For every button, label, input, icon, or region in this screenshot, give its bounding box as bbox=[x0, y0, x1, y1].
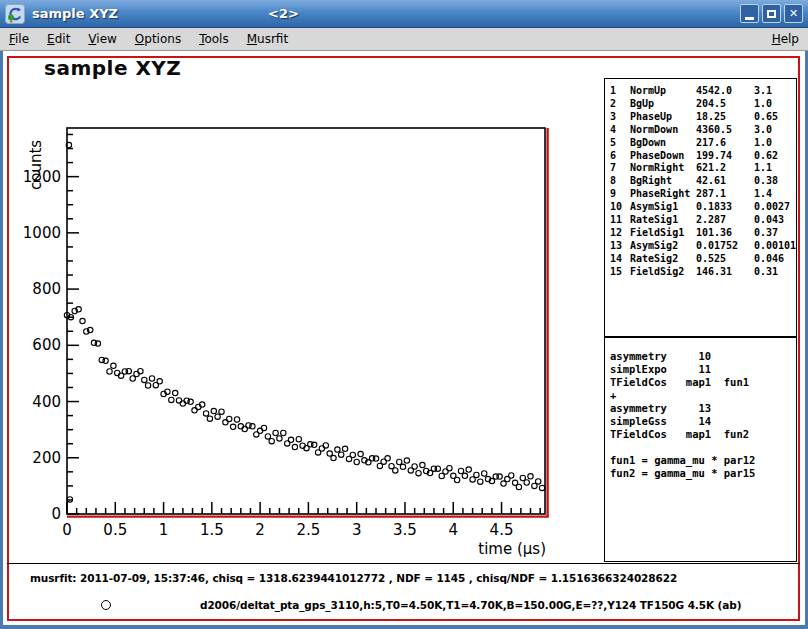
x-tick-label: 0 bbox=[62, 521, 72, 539]
data-point bbox=[149, 376, 154, 381]
param-error: 1.4 bbox=[754, 188, 796, 201]
param-value: 4542.0 bbox=[696, 85, 754, 98]
param-n: 1 bbox=[610, 85, 630, 98]
param-name: BgUp bbox=[630, 98, 696, 111]
param-n: 5 bbox=[610, 137, 630, 150]
param-row: 9PhaseRight287.11.4 bbox=[605, 188, 796, 201]
data-point bbox=[277, 436, 282, 441]
y-tick-label: 0 bbox=[51, 505, 61, 523]
param-value: 199.74 bbox=[696, 150, 754, 163]
data-point bbox=[234, 417, 239, 422]
y-tick-label: 800 bbox=[32, 280, 61, 298]
y-tick-label: 600 bbox=[32, 336, 61, 354]
param-row: 13AsymSig20.017520.00101 bbox=[605, 240, 796, 253]
param-error: 0.046 bbox=[754, 253, 796, 266]
param-row: 6PhaseDown199.740.62 bbox=[605, 150, 796, 163]
data-point bbox=[145, 383, 150, 388]
param-name: NormRight bbox=[630, 162, 696, 175]
param-n: 15 bbox=[610, 266, 630, 279]
data-point bbox=[539, 485, 544, 490]
data-point bbox=[520, 475, 525, 480]
param-name: NormDown bbox=[630, 124, 696, 137]
param-n: 6 bbox=[610, 150, 630, 163]
param-error: 1.1 bbox=[754, 162, 796, 175]
param-error: 0.0027 bbox=[754, 201, 796, 214]
data-point bbox=[412, 464, 417, 469]
param-name: PhaseDown bbox=[630, 150, 696, 163]
data-point bbox=[312, 442, 317, 447]
x-tick-label: 2 bbox=[255, 521, 265, 539]
data-point bbox=[331, 455, 336, 460]
param-n: 4 bbox=[610, 124, 630, 137]
data-point bbox=[524, 480, 529, 485]
param-row: 2BgUp204.51.0 bbox=[605, 98, 796, 111]
legend-run-title: d2006/deltat_pta_gps_3110,h:5,T0=4.50K,T… bbox=[200, 599, 741, 611]
param-error: 0.37 bbox=[754, 227, 796, 240]
x-tick-label: 1 bbox=[159, 521, 169, 539]
data-point bbox=[404, 458, 409, 463]
data-point bbox=[227, 416, 232, 421]
data-point bbox=[474, 472, 479, 477]
y-tick-label: 400 bbox=[32, 393, 61, 411]
param-n: 9 bbox=[610, 188, 630, 201]
data-point bbox=[269, 439, 274, 444]
data-point bbox=[230, 424, 235, 429]
param-value: 217.6 bbox=[696, 137, 754, 150]
fit-parameter-pad[interactable]: 1NormUp4542.03.12BgUp204.51.03PhaseUp18.… bbox=[604, 78, 797, 337]
x-tick-label: 2.5 bbox=[296, 521, 320, 539]
param-name: BgDown bbox=[630, 137, 696, 150]
data-point bbox=[126, 369, 131, 374]
data-point bbox=[373, 456, 378, 461]
param-row: 5BgDown217.61.0 bbox=[605, 137, 796, 150]
x-tick-label: 3 bbox=[352, 521, 362, 539]
data-point bbox=[180, 401, 185, 406]
data-point bbox=[173, 390, 178, 395]
data-point bbox=[273, 430, 278, 435]
param-n: 13 bbox=[610, 240, 630, 253]
param-error: 3.0 bbox=[754, 124, 796, 137]
data-point bbox=[536, 479, 541, 484]
data-point bbox=[528, 474, 533, 479]
param-value: 101.36 bbox=[696, 227, 754, 240]
param-error: 0.38 bbox=[754, 175, 796, 188]
param-value: 146.31 bbox=[696, 266, 754, 279]
data-point bbox=[335, 447, 340, 452]
plot-title: sample XYZ bbox=[44, 56, 181, 80]
data-point bbox=[435, 466, 440, 471]
param-row: 12FieldSig1101.360.37 bbox=[605, 227, 796, 240]
data-point bbox=[80, 318, 85, 323]
data-point bbox=[478, 479, 483, 484]
data-point bbox=[339, 452, 344, 457]
data-point bbox=[296, 437, 301, 442]
param-value: 2.287 bbox=[696, 214, 754, 227]
param-name: RateSig2 bbox=[630, 253, 696, 266]
data-point bbox=[265, 434, 270, 439]
param-n: 7 bbox=[610, 162, 630, 175]
param-error: 1.0 bbox=[754, 137, 796, 150]
param-row: 7NormRight621.21.1 bbox=[605, 162, 796, 175]
y-tick-label: 200 bbox=[32, 449, 61, 467]
param-row: 14RateSig20.5250.046 bbox=[605, 253, 796, 266]
param-error: 1.0 bbox=[754, 98, 796, 111]
data-point bbox=[207, 416, 212, 421]
data-point bbox=[458, 468, 463, 473]
x-tick-label: 3.5 bbox=[393, 521, 417, 539]
param-n: 2 bbox=[610, 98, 630, 111]
theory-pad[interactable]: asymmetry 10 simplExpo 11 TFieldCos map1… bbox=[604, 337, 797, 562]
data-point bbox=[420, 462, 425, 467]
x-tick-label: 0.5 bbox=[103, 521, 127, 539]
status-divider bbox=[7, 563, 800, 564]
data-point bbox=[385, 456, 390, 461]
param-n: 3 bbox=[610, 111, 630, 124]
param-n: 12 bbox=[610, 227, 630, 240]
data-point bbox=[397, 459, 402, 464]
param-row: 10AsymSig10.18330.0027 bbox=[605, 201, 796, 214]
data-point bbox=[358, 451, 363, 456]
param-value: 0.01752 bbox=[696, 240, 754, 253]
data-point bbox=[509, 473, 514, 478]
data-point bbox=[354, 459, 359, 464]
fit-info-text: musrfit: 2011-07-09, 15:37:46, chisq = 1… bbox=[30, 572, 677, 584]
data-point bbox=[215, 414, 220, 419]
y-axis-title: counts bbox=[27, 140, 45, 190]
param-name: BgRight bbox=[630, 175, 696, 188]
